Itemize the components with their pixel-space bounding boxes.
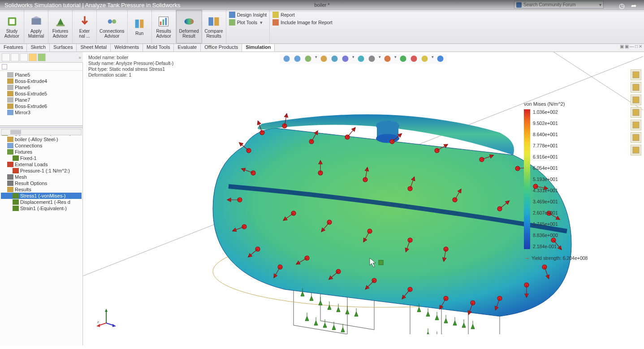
hud-tool-9[interactable]	[399, 55, 407, 63]
tree-item[interactable]: Stress1 (-vonMises-)	[1, 193, 82, 199]
tree-item[interactable]: boiler (-Alloy Steel-)	[1, 136, 82, 142]
svg-rect-82	[633, 72, 639, 78]
yield-label: Yield strength: 6.204e+008	[532, 255, 588, 261]
fixtures-advisor-button[interactable]: FixturesAdvisor	[48, 10, 73, 43]
hud-tool-6[interactable]	[357, 55, 365, 63]
tree-item[interactable]: Displacement1 (-Res d	[1, 199, 82, 205]
tree-item[interactable]: Fixtures	[1, 149, 82, 155]
watch-later-icon[interactable]: ◷	[619, 2, 625, 10]
hud-tool-1[interactable]	[294, 55, 302, 63]
study-advisor-button[interactable]: StudyAdvisor	[0, 10, 24, 43]
svg-marker-78	[96, 324, 100, 327]
hud-tool-0[interactable]	[283, 55, 291, 63]
hud-tool-3[interactable]	[320, 55, 328, 63]
deformed-result-button[interactable]: DeformedResult	[176, 10, 202, 43]
fm-icon-4[interactable]	[29, 53, 37, 61]
svg-rect-15	[229, 12, 235, 18]
tab-surfaces[interactable]: Surfaces	[50, 44, 77, 52]
taskpane-tab-3[interactable]	[631, 107, 641, 118]
tab-mold-tools[interactable]: Mold Tools	[143, 44, 174, 52]
graphics-viewport[interactable]: Model name: boiler Study name: Anylyze P…	[83, 52, 644, 345]
ribbon-tools-group-2: Report Include Image for Report	[270, 10, 335, 43]
taskpane-tab-1[interactable]	[631, 82, 641, 93]
tree-item[interactable]: Plane7	[1, 97, 82, 103]
tree-item[interactable]: Mesh	[1, 174, 82, 180]
orientation-triad[interactable]: z	[96, 308, 116, 327]
tree-splitter[interactable]	[0, 125, 82, 128]
tab-features[interactable]: Features	[0, 44, 27, 52]
tree-hscrollbar[interactable]	[1, 129, 82, 135]
run-button[interactable]: Run	[128, 10, 152, 43]
taskpane-tab-0[interactable]	[631, 69, 641, 80]
tree-item[interactable]: Boss-Extrude5	[1, 90, 82, 97]
pane-window-buttons[interactable]: ▣ ▣ — □ ✕	[620, 44, 644, 52]
tree-item[interactable]: External Loads	[1, 161, 82, 168]
svg-rect-2	[31, 18, 41, 25]
apply-material-button[interactable]: ApplyMaterial	[24, 10, 48, 43]
connections-advisor-button[interactable]: ConnectionsAdvisor	[97, 10, 128, 43]
pane-btn-2[interactable]: ▣	[625, 44, 629, 52]
pane-btn-4[interactable]: □	[635, 44, 638, 52]
share-icon[interactable]: ➦	[631, 2, 637, 10]
pane-btn-3[interactable]: —	[630, 44, 634, 52]
tree-item[interactable]: Boss-Extrude4	[1, 78, 82, 84]
fm-icon-3[interactable]	[20, 53, 28, 61]
tab-sheet-metal[interactable]: Sheet Metal	[77, 44, 111, 52]
legend-tick: 6.916e+001	[533, 154, 558, 159]
tree-item[interactable]: Mirror3	[1, 109, 82, 116]
tree-item[interactable]: Result Options	[1, 180, 82, 186]
svg-rect-87	[633, 134, 639, 141]
taskpane-tab-4[interactable]	[631, 120, 641, 130]
svg-point-32	[422, 56, 428, 62]
legend-tick: 1.036e+002	[533, 109, 558, 115]
fm-icon-1[interactable]	[2, 53, 10, 61]
taskpane-tab-6[interactable]	[631, 145, 641, 155]
hud-tool-8[interactable]	[384, 55, 392, 63]
compare-results-button[interactable]: CompareResults	[202, 10, 226, 43]
svg-rect-74	[379, 260, 383, 265]
tab-office-products[interactable]: Office Products	[201, 44, 242, 52]
hud-tool-7[interactable]	[368, 55, 376, 63]
external-loads-button[interactable]: External ...	[73, 10, 97, 43]
svg-point-27	[358, 56, 364, 62]
video-title-overlay: Solidworks Simulation tutorial | Analyze…	[0, 0, 644, 13]
pane-btn-1[interactable]: ▣	[620, 44, 624, 52]
tree-item[interactable]: Boss-Extrude6	[1, 103, 82, 109]
plot-tools-button[interactable]: Plot Tools▾	[229, 19, 267, 26]
svg-point-25	[332, 56, 338, 62]
fm-icon-2[interactable]	[11, 53, 19, 61]
ribbon-toolbar: StudyAdvisor ApplyMaterial FixturesAdvis…	[0, 10, 644, 44]
tree-item[interactable]: Fixed-1	[1, 155, 82, 161]
fm-overflow-icon[interactable]: »	[78, 55, 81, 60]
svg-point-28	[369, 56, 375, 62]
tree-item[interactable]: Strain1 (-Equivalent-)	[1, 205, 82, 211]
design-insight-button[interactable]: Design Insight	[229, 12, 267, 18]
taskpane-tab-2[interactable]	[631, 95, 641, 105]
tree-filter-bar[interactable]	[0, 63, 82, 71]
tab-sketch[interactable]: Sketch	[27, 44, 50, 52]
report-button[interactable]: Report	[272, 12, 333, 18]
hud-tool-2[interactable]	[304, 55, 312, 63]
tab-evaluate[interactable]: Evaluate	[174, 44, 201, 52]
tree-item[interactable]: Plane6	[1, 84, 82, 90]
tree-item[interactable]: Pressure-1 (:1 N/m^2:)	[1, 168, 82, 174]
hud-tool-4[interactable]	[331, 55, 339, 63]
results-advisor-button[interactable]: ResultsAdvisor	[152, 10, 176, 43]
hud-tool-12[interactable]	[437, 55, 445, 63]
hud-tool-5[interactable]	[341, 55, 350, 63]
tab-simulation[interactable]: Simulation	[242, 44, 275, 52]
tree-item[interactable]: Results	[1, 186, 82, 193]
tree-item[interactable]: Plane5	[1, 72, 82, 78]
taskpane-tab-5[interactable]	[631, 132, 641, 143]
fm-icon-5[interactable]	[38, 53, 46, 61]
svg-rect-16	[229, 19, 235, 26]
hud-tool-10[interactable]	[410, 55, 418, 63]
legend-tick: 4.331e+001	[533, 188, 558, 193]
svg-rect-11	[165, 17, 167, 25]
video-title: Solidworks Simulation tutorial | Analyze…	[4, 2, 181, 9]
tab-weldments[interactable]: Weldments	[111, 44, 143, 52]
pane-btn-5[interactable]: ✕	[639, 44, 642, 52]
tree-item[interactable]: Connections	[1, 142, 82, 149]
include-image-button[interactable]: Include Image for Report	[272, 19, 333, 26]
hud-tool-11[interactable]	[421, 55, 429, 63]
